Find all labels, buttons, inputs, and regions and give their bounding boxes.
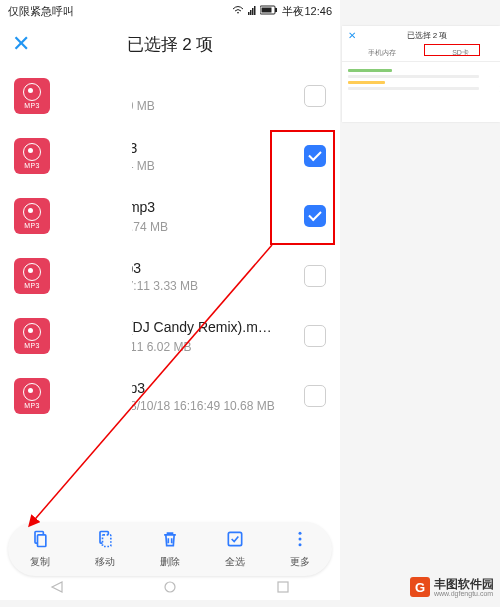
file-row[interactable]: MP3p34.40 MB [0,66,340,126]
signal-icon [248,5,256,17]
file-name: 支 (DJ Candy Remix).m… [110,319,296,337]
thumbnail-preview: ✕ 已选择 2 项 手机内存 SD卡 [342,26,500,122]
tool-label: 复制 [30,555,50,569]
file-row[interactable]: MP3.mp31:17:11 3.33 MB [0,246,340,306]
mp3-icon: MP3 [14,258,50,294]
thumb-body [342,62,500,122]
header-title: 已选择 2 项 [12,33,328,56]
svg-rect-2 [252,8,254,15]
mp3-icon: MP3 [14,78,50,114]
svg-rect-6 [275,8,277,12]
move-button[interactable]: 移动 [73,522,138,576]
file-row[interactable]: MP3支 (DJ Candy Remix).m…:41:11 6.02 MB [0,306,340,366]
file-meta: 1:17:11 3.33 MB [110,279,296,293]
file-checkbox[interactable] [304,325,326,347]
tool-icon [30,529,50,553]
svg-point-15 [165,582,175,592]
nav-back-icon[interactable] [50,580,64,598]
svg-rect-8 [38,535,46,547]
status-time: 半夜12:46 [282,4,332,19]
file-name: .mp3 [110,260,296,276]
mp3-icon: MP3 [14,378,50,414]
thumb-tab-internal: 手机内存 [342,45,421,61]
status-bar: 仅限紧急呼叫 半夜12:46 [0,0,340,22]
file-checkbox[interactable] [304,265,326,287]
select-all-button[interactable]: 全选 [202,522,267,576]
svg-rect-16 [278,582,288,592]
thumb-title: 已选择 2 项 [360,30,494,41]
file-list: MP3p34.40 MBMP3mp34.54 MBMP3集.mp3.1 3.74… [0,66,340,426]
thumb-header: ✕ 已选择 2 项 [342,26,500,45]
phone-screen: 仅限紧急呼叫 半夜12:46 ✕ 已选择 2 项 MP3p34.40 MBMP3… [0,0,340,600]
annotation-checkbox-highlight [270,130,335,245]
status-right: 半夜12:46 [232,4,332,19]
file-name: 集.mp3 [110,199,296,217]
nav-recent-icon[interactable] [276,580,290,598]
tool-label: 移动 [95,555,115,569]
tool-label: 全选 [225,555,245,569]
annotation-sd-highlight [424,44,480,56]
file-name: p3 [110,80,296,96]
svg-rect-11 [228,532,241,545]
svg-rect-1 [250,10,252,15]
file-text: 集.mp3.1 3.74 MB [110,199,296,234]
file-meta: :41:11 6.02 MB [110,340,296,354]
file-text: mp34.54 MB [110,140,296,173]
bottom-toolbar: 复制移动删除全选更多 [8,522,332,576]
file-text: 支 (DJ Candy Remix).m…:41:11 6.02 MB [110,319,296,354]
battery-icon [260,5,278,17]
selection-header: ✕ 已选择 2 项 [0,22,340,66]
file-meta: 4.54 MB [110,159,296,173]
nav-home-icon[interactable] [163,580,177,598]
tool-label: 删除 [160,555,180,569]
mp3-icon: MP3 [14,318,50,354]
svg-point-13 [298,538,301,541]
file-checkbox[interactable] [304,85,326,107]
tool-icon [95,529,115,553]
tool-icon [225,529,245,553]
svg-rect-5 [262,8,272,13]
watermark: G 丰图软件园 www.dgfengtu.com [410,577,494,597]
svg-point-12 [298,532,301,535]
file-meta: 4.40 MB [110,99,296,113]
mp3-icon: MP3 [14,138,50,174]
file-row[interactable]: MP3r.mp32018/10/18 16:16:49 10.68 MB [0,366,340,426]
file-meta: 2018/10/18 16:16:49 10.68 MB [110,399,296,413]
svg-rect-3 [254,6,256,15]
file-text: .mp31:17:11 3.33 MB [110,260,296,293]
file-text: p34.40 MB [110,80,296,113]
svg-rect-10 [103,535,111,547]
watermark-en: www.dgfengtu.com [434,590,494,597]
file-text: r.mp32018/10/18 16:16:49 10.68 MB [110,380,296,413]
status-left: 仅限紧急呼叫 [8,4,74,19]
tool-label: 更多 [290,555,310,569]
delete-button[interactable]: 删除 [138,522,203,576]
svg-point-14 [298,543,301,546]
mp3-icon: MP3 [14,198,50,234]
watermark-cn: 丰图软件园 [434,578,494,590]
file-checkbox[interactable] [304,385,326,407]
thumb-close-icon: ✕ [348,30,360,41]
tool-icon [160,529,180,553]
overlay-mask [52,66,132,546]
system-navbar [0,578,340,600]
file-name: r.mp3 [110,380,296,396]
svg-rect-0 [248,12,250,15]
watermark-logo: G [410,577,430,597]
more-button[interactable]: 更多 [267,522,332,576]
tool-icon [290,529,310,553]
copy-button[interactable]: 复制 [8,522,73,576]
file-name: mp3 [110,140,296,156]
wifi-icon [232,5,244,17]
file-meta: .1 3.74 MB [110,220,296,234]
